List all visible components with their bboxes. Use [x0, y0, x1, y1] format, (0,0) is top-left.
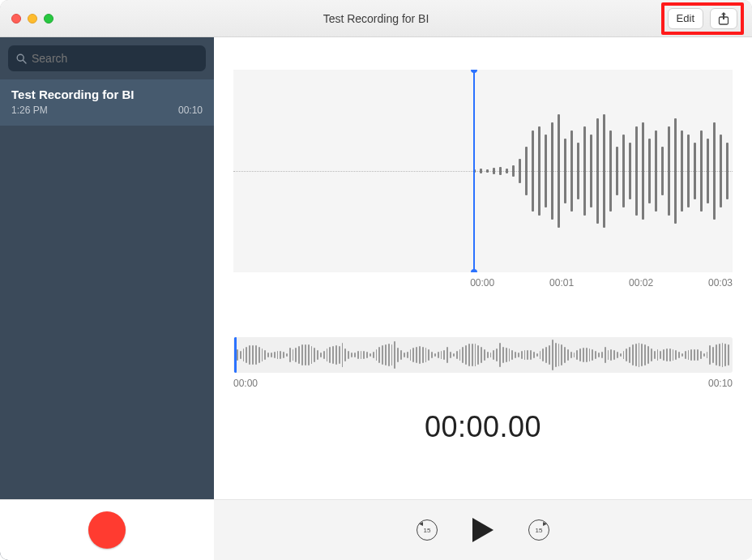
window-title: Test Recording for BI — [0, 12, 752, 25]
zoom-tick: 00:00 — [470, 277, 494, 289]
playhead[interactable] — [473, 70, 475, 272]
zoom-tick: 00:01 — [549, 277, 574, 289]
play-icon — [471, 516, 495, 544]
close-window-button[interactable] — [11, 14, 21, 24]
traffic-lights — [11, 14, 53, 24]
search-input[interactable] — [32, 52, 198, 65]
overview-times: 00:00 00:10 — [233, 378, 733, 389]
record-button[interactable] — [88, 511, 126, 549]
current-time-display: 00:00.00 — [214, 410, 752, 444]
window: Test Recording for BI Edit — [0, 0, 752, 560]
overview-start: 00:00 — [233, 378, 258, 389]
sidebar-fill — [0, 126, 214, 499]
svg-marker-3 — [472, 518, 494, 542]
waveform-overview[interactable] — [233, 337, 733, 373]
recording-time: 1:26 PM — [11, 105, 48, 116]
search-icon — [16, 53, 27, 64]
recording-meta-row: 1:26 PM 00:10 — [11, 105, 203, 116]
waveform-bars — [473, 70, 733, 272]
recording-title: Test Recording for BI — [11, 88, 203, 101]
share-icon — [718, 12, 729, 25]
minimize-window-button[interactable] — [28, 14, 37, 24]
share-button[interactable] — [710, 8, 737, 29]
search-field[interactable] — [8, 45, 206, 71]
zoom-tick: 00:02 — [629, 277, 653, 289]
overview-bars — [237, 337, 729, 373]
sidebar: Test Recording for BI 1:26 PM 00:10 — [0, 37, 214, 560]
waveform-zoom[interactable] — [233, 70, 733, 272]
annotation-highlight: Edit — [661, 2, 744, 35]
skip-back-15-button[interactable]: 15 ◂ — [416, 519, 438, 541]
zoom-tick: 00:03 — [708, 277, 733, 289]
waveform-zoom-wrap: 00:00 00:01 00:02 00:03 — [214, 37, 752, 297]
svg-line-2 — [23, 60, 26, 63]
recording-duration: 00:10 — [178, 105, 203, 116]
recording-list-item[interactable]: Test Recording for BI 1:26 PM 00:10 — [0, 79, 214, 126]
edit-button[interactable]: Edit — [668, 8, 703, 29]
playback-controls: 15 ◂ 15 ▸ — [214, 499, 752, 560]
titlebar: Test Recording for BI Edit — [0, 0, 752, 37]
fullscreen-window-button[interactable] — [44, 14, 53, 24]
overview-playhead[interactable] — [234, 337, 237, 373]
overview-end: 00:10 — [708, 378, 733, 389]
body: Test Recording for BI 1:26 PM 00:10 — [0, 37, 752, 560]
skip-forward-15-button[interactable]: 15 ▸ — [528, 519, 550, 541]
titlebar-right-group: Edit — [661, 2, 744, 35]
skip-back-icon: 15 ◂ — [417, 519, 438, 541]
search-wrap — [0, 37, 214, 79]
zoom-time-ticks: 00:00 00:01 00:02 00:03 — [233, 277, 733, 289]
play-button[interactable] — [471, 516, 495, 544]
sidebar-bottom — [0, 499, 214, 560]
main-panel: 00:00 00:01 00:02 00:03 00:00 00:10 00:0… — [214, 37, 752, 560]
skip-forward-icon: 15 ▸ — [528, 519, 549, 541]
waveform-overview-wrap: 00:00 00:10 — [233, 337, 733, 389]
